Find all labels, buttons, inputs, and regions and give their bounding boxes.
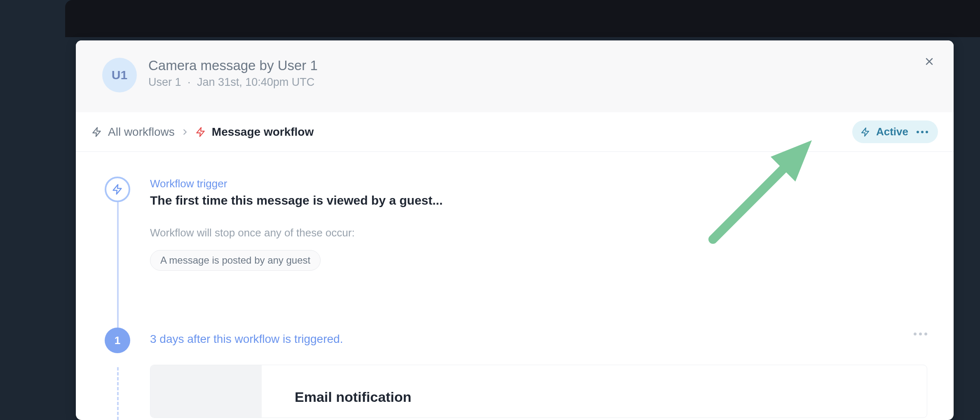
breadcrumb-bar: All workflows Message workflow Active	[76, 112, 954, 152]
header-timestamp: Jan 31st, 10:40pm UTC	[197, 76, 314, 88]
timeline-connector	[117, 202, 119, 342]
step-number-badge: 1	[105, 328, 130, 353]
trigger-node: Workflow trigger The first time this mes…	[105, 177, 927, 271]
svg-marker-2	[93, 127, 100, 137]
stop-condition-pill[interactable]: A message is posted by any guest	[150, 250, 321, 271]
svg-marker-4	[862, 128, 869, 136]
close-button[interactable]	[921, 54, 937, 69]
step-action-title: Email notification	[295, 389, 894, 405]
page-title: Camera message by User 1	[148, 58, 318, 73]
trigger-label: Workflow trigger	[150, 177, 443, 190]
svg-marker-5	[113, 184, 122, 194]
card-sidebar	[150, 365, 262, 418]
background-panel	[65, 0, 980, 37]
avatar-initials: U1	[112, 68, 127, 82]
close-icon	[924, 57, 934, 66]
svg-marker-3	[197, 127, 204, 137]
header-meta: User 1 · Jan 31st, 10:40pm UTC	[148, 76, 318, 89]
step-more-button[interactable]	[914, 333, 927, 335]
breadcrumb-current: Message workflow	[212, 125, 314, 139]
workflow-modal: U1 Camera message by User 1 User 1 · Jan…	[76, 40, 954, 420]
modal-header: U1 Camera message by User 1 User 1 · Jan…	[76, 40, 954, 112]
trigger-title: The first time this message is viewed by…	[150, 193, 443, 208]
stop-label: Workflow will stop once any of these occ…	[150, 227, 443, 239]
step-number: 1	[115, 334, 120, 347]
bolt-icon	[195, 127, 206, 137]
step-card[interactable]: Email notification	[150, 365, 927, 418]
more-icon[interactable]	[917, 131, 928, 133]
bolt-icon	[91, 127, 102, 137]
breadcrumb-root[interactable]: All workflows	[108, 125, 175, 139]
meta-separator: ·	[188, 76, 191, 88]
timeline-connector-dashed	[117, 367, 119, 420]
status-pill[interactable]: Active	[852, 120, 938, 143]
trigger-icon-wrap	[105, 177, 130, 202]
step-delay-label: 3 days after this workflow is triggered.	[150, 333, 343, 346]
workflow-body: Workflow trigger The first time this mes…	[76, 152, 954, 418]
chevron-right-icon	[181, 127, 190, 137]
avatar: U1	[102, 58, 137, 92]
step-node: 1 3 days after this workflow is triggere…	[105, 328, 927, 353]
status-label: Active	[876, 125, 908, 138]
bolt-icon	[860, 127, 870, 137]
header-author: User 1	[148, 76, 181, 88]
bolt-icon	[112, 184, 123, 195]
